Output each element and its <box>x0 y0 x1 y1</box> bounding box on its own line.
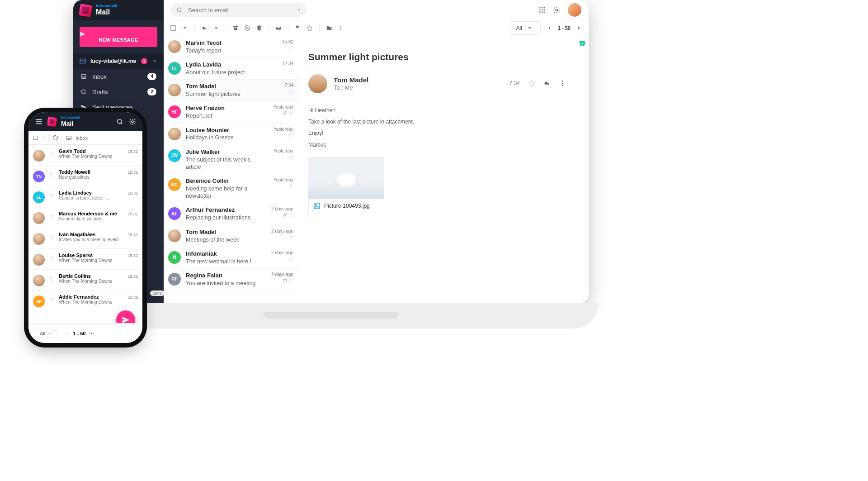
avatar: TN <box>33 171 45 182</box>
phone-email-list: Gavin Todd When The Morning Dawns 15:32 … <box>28 145 142 311</box>
avatar: AF <box>168 207 181 220</box>
list-item[interactable]: Marcus Henderson & me Summer light pictu… <box>28 207 142 228</box>
list-item[interactable]: LL Lydia Lavida About our future project… <box>164 58 299 80</box>
search-box[interactable] <box>171 3 307 17</box>
list-item[interactable]: AF Addie Fernandez When The Morning Dawn… <box>28 291 142 311</box>
attachment[interactable]: Picture-100493.jpg <box>308 157 384 213</box>
email-time: 15:32 <box>127 295 138 300</box>
mark-read-icon[interactable] <box>274 23 283 33</box>
chevron-right-icon[interactable] <box>89 331 94 336</box>
message-subject: Summer light pictures <box>308 52 566 62</box>
flag-icon[interactable] <box>293 23 303 33</box>
reply-icon[interactable] <box>543 80 551 87</box>
list-item[interactable]: Bertie Collins When The Morning Dawns 15… <box>28 270 142 291</box>
chevron-left-icon[interactable] <box>65 331 69 336</box>
chevron-down-icon <box>525 23 535 33</box>
email-time: 2 days ago <box>271 229 293 233</box>
side-app-icon[interactable] <box>576 37 589 50</box>
star-icon[interactable] <box>49 193 54 198</box>
sender-name: Bertie Collins <box>59 273 123 279</box>
new-message-button[interactable]: NEW MESSAGE <box>80 27 157 47</box>
list-item[interactable]: Louise Sparks When The Morning Dawns 15:… <box>28 249 142 270</box>
phone-filter-select[interactable]: All <box>34 329 57 338</box>
header <box>164 0 589 20</box>
caret-down-icon[interactable] <box>180 23 190 33</box>
email-subject: The new webmail is here ! <box>186 258 266 265</box>
star-icon[interactable] <box>49 151 54 156</box>
phone-header: InfomaniakMail <box>28 112 142 131</box>
gear-icon[interactable] <box>553 6 561 14</box>
email-time: 15:32 <box>127 170 138 175</box>
email-time: Yesterday <box>274 148 293 153</box>
list-item[interactable]: Marvin Tecol Today's report 15:32 <box>164 36 299 58</box>
email-time: 15:32 <box>127 274 138 279</box>
list-item[interactable]: BC Bérénice Collin Needing some help for… <box>164 174 299 203</box>
email-subject: About our future project <box>186 69 267 76</box>
menu-icon[interactable] <box>35 118 43 126</box>
checkbox-icon[interactable] <box>33 135 38 140</box>
star-icon[interactable] <box>49 214 54 219</box>
svg-point-16 <box>340 29 341 30</box>
email-time: 12:34 <box>282 61 293 66</box>
email-subject: Invites you to a meeting event <box>59 237 123 242</box>
star-icon[interactable] <box>49 234 54 239</box>
svg-point-8 <box>539 11 541 13</box>
list-item[interactable]: HF Hervé Fraizon Report.pdf Yesterday <box>164 101 299 123</box>
more-icon[interactable] <box>559 80 566 87</box>
svg-point-24 <box>132 121 133 123</box>
star-icon[interactable] <box>49 297 54 302</box>
list-item[interactable]: Ivan Magalhães Invites you to a meeting … <box>28 228 142 249</box>
profile-avatar[interactable] <box>568 3 581 17</box>
avatar <box>33 275 45 286</box>
nav-inbox[interactable]: Inbox4 <box>73 69 164 84</box>
caret-down-icon[interactable] <box>42 136 45 139</box>
sidebar-total-badge: 1942 <box>150 291 165 296</box>
chevron-down-icon[interactable] <box>297 8 301 12</box>
apps-icon[interactable] <box>538 6 546 14</box>
nav-drafts[interactable]: Drafts2 <box>73 84 164 100</box>
list-item[interactable]: LL Lydia Lindsey Cancun is back, better … <box>28 186 142 207</box>
star-icon[interactable] <box>49 172 54 177</box>
checkbox-icon[interactable] <box>168 23 178 33</box>
email-time: 15:32 <box>127 191 138 195</box>
chevron-left-icon[interactable] <box>544 23 554 33</box>
email-subject: Summer light pictures <box>59 216 123 221</box>
list-item[interactable]: TN Teddy Nowell New guidelines 15:32 <box>28 166 142 186</box>
chevron-right-icon[interactable] <box>574 23 584 33</box>
email-time: 15:32 <box>282 39 293 44</box>
email-time: Yesterday <box>274 127 293 132</box>
reply-icon[interactable] <box>199 23 209 33</box>
star-icon[interactable] <box>49 276 54 281</box>
list-item[interactable]: Tom Madel Summer light pictures 7:34 <box>164 80 299 101</box>
spam-icon[interactable] <box>242 23 252 33</box>
caret-down-icon[interactable] <box>211 23 221 33</box>
more-icon[interactable] <box>336 23 346 33</box>
star-icon[interactable] <box>305 23 315 33</box>
archive-icon[interactable] <box>231 23 241 33</box>
email-subject: Replacing our illustrations <box>186 214 266 221</box>
chevron-down-icon <box>48 332 52 335</box>
gear-icon[interactable] <box>129 118 136 125</box>
search-input[interactable] <box>187 6 292 14</box>
refresh-icon[interactable] <box>52 135 58 141</box>
list-item[interactable]: N Infomaniak The new webmail is here ! 2… <box>164 247 299 269</box>
list-item[interactable]: Gavin Todd When The Morning Dawns 15:32 <box>28 145 142 166</box>
recipient: To : Me <box>334 84 368 91</box>
account-row[interactable]: lucy-vitale@ik.me 1 <box>73 53 164 69</box>
email-time: Yesterday <box>274 177 293 182</box>
star-icon[interactable] <box>528 80 535 87</box>
search-icon[interactable] <box>116 118 123 125</box>
list-item[interactable]: RF Regina Falan You are invited to a mee… <box>164 269 299 291</box>
list-item[interactable]: AF Arthur Fernandez Replacing our illust… <box>164 203 299 225</box>
star-icon[interactable] <box>49 255 54 260</box>
email-time: 15:32 <box>127 233 138 237</box>
inbox-icon <box>66 135 72 141</box>
phone-toolbar: Inbox <box>28 131 142 145</box>
sender-name: Teddy Nowell <box>59 169 123 175</box>
trash-icon[interactable] <box>254 23 264 33</box>
filter-select[interactable]: All <box>510 21 541 35</box>
folder-move-icon[interactable] <box>324 23 334 33</box>
list-item[interactable]: JW Julie Walker The subject of this week… <box>164 145 299 174</box>
list-item[interactable]: Louise Mounier Holidays in Greece Yester… <box>164 124 299 145</box>
list-item[interactable]: Tom Madel Meetings of the week 2 days ag… <box>164 225 299 247</box>
